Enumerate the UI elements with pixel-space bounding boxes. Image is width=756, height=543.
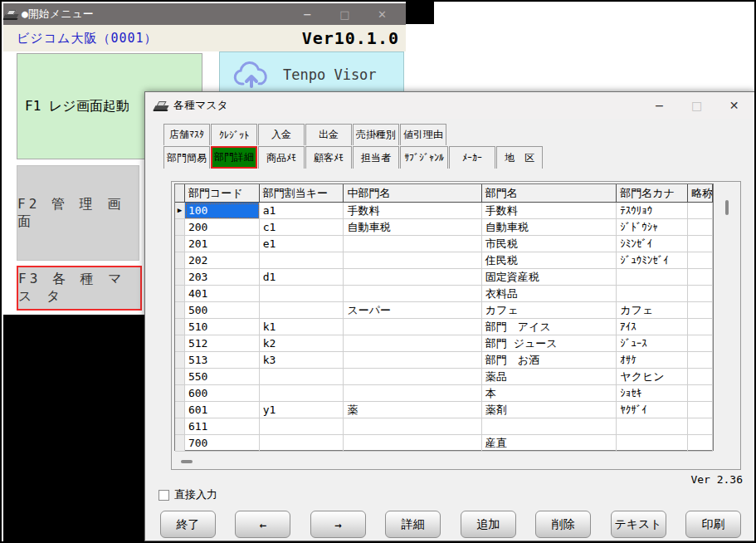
prev-button[interactable]: ← [235,511,290,538]
table-cell[interactable]: 202 [185,252,260,269]
table-cell[interactable]: 薬剤 [482,402,617,418]
tab-product-memo[interactable]: 商品ﾒﾓ [258,146,305,169]
table-cell[interactable] [260,369,344,385]
column-header[interactable]: 部門コード [185,184,260,202]
column-header[interactable]: 部門割当キー [260,184,344,202]
table-cell[interactable]: ｱｲｽ [617,319,688,335]
table-cell[interactable]: 601 [185,402,260,418]
f3-masters-button[interactable]: F3 各 種 マ ス タ [17,266,142,311]
table-cell[interactable]: a1 [260,203,344,219]
table-cell[interactable] [688,402,713,418]
table-cell[interactable]: 産直 [482,435,617,452]
table-cell[interactable]: 部門 ジュース [482,335,617,352]
table-row[interactable]: 202住民税ｼﾞｭｳﾐﾝｾﾞｲ [175,252,713,269]
quit-button[interactable]: 終了 [160,511,216,538]
table-row[interactable]: 513k3部門 お酒ｵｻｹ [175,352,713,369]
table-cell[interactable]: 200 [185,219,260,236]
table-row[interactable]: 200c1自動車税自動車税ｼﾞﾄﾞｳｼｬ [175,219,713,236]
table-cell[interactable] [260,435,344,452]
table-row[interactable]: 401衣料品 [175,286,713,302]
table-row[interactable]: 611 [175,418,713,435]
scrollbar-thumb[interactable] [725,200,729,215]
table-cell[interactable] [688,352,713,369]
table-row[interactable]: 700産直 [175,435,713,452]
table-cell[interactable] [688,269,713,286]
tab-credit[interactable]: ｸﾚｼﾞｯﾄ [211,124,257,145]
table-cell[interactable]: 部門 お酒 [482,352,617,369]
table-cell[interactable] [344,352,481,369]
tab-dept-detail[interactable]: 部門詳細 [211,146,257,169]
table-row[interactable]: 510k1部門 アイスｱｲｽ [175,319,713,335]
delete-button[interactable]: 削除 [535,511,591,538]
table-cell[interactable]: 512 [185,335,260,352]
horizontal-scrollbar[interactable] [174,456,714,467]
table-cell[interactable]: カフェ [482,302,617,319]
tab-withdrawal[interactable]: 出金 [305,124,352,145]
table-cell[interactable]: 部門 アイス [482,319,617,335]
table-cell[interactable]: 401 [185,286,260,302]
table-cell[interactable]: 201 [185,236,260,252]
tab-staff[interactable]: 担当者 [353,146,399,169]
table-cell[interactable] [617,418,688,435]
table-row[interactable]: 203d1固定資産税 [175,269,713,286]
table-cell[interactable]: k1 [260,319,344,335]
table-cell[interactable]: 600 [185,385,260,402]
add-button[interactable]: 追加 [461,511,516,538]
table-cell[interactable] [688,319,713,335]
table-cell[interactable] [688,335,713,352]
table-cell[interactable]: スーパー [344,302,481,319]
column-header[interactable]: 中部門名 [344,184,481,202]
table-cell[interactable] [344,369,481,385]
table-cell[interactable] [688,219,713,236]
table-cell[interactable]: ｵｻｹ [617,352,688,369]
table-cell[interactable]: ｼﾞﾄﾞｳｼｬ [617,219,688,236]
table-cell[interactable] [617,269,688,286]
table-cell[interactable]: ｼﾞｭｰｽ [617,335,688,352]
table-cell[interactable]: 500 [185,302,260,319]
table-cell[interactable] [344,418,481,435]
table-cell[interactable]: ﾔｸｻﾞｲ [617,402,688,418]
table-cell[interactable]: 薬品 [482,369,617,385]
table-cell[interactable] [688,203,713,219]
table-cell[interactable] [344,286,481,302]
table-cell[interactable]: 100 [185,203,260,219]
table-cell[interactable]: 住民税 [482,252,617,269]
table-cell[interactable]: 衣料品 [482,286,617,302]
f2-admin-button[interactable]: F2 管 理 画 面 [17,165,139,261]
table-cell[interactable]: 510 [185,319,260,335]
table-row[interactable]: 550薬品ヤクヒン [175,369,713,385]
table-cell[interactable]: y1 [260,402,344,418]
table-cell[interactable] [344,385,481,402]
table-cell[interactable]: カフェ [617,302,688,319]
table-row[interactable]: 201e1市民税ｼﾐﾝｾﾞｲ [175,236,713,252]
table-cell[interactable]: 550 [185,369,260,385]
tab-area[interactable]: 地 区 [496,146,543,169]
table-cell[interactable]: ｼﾞｭｳﾐﾝｾﾞｲ [617,252,688,269]
table-cell[interactable] [344,252,481,269]
print-button[interactable]: 印刷 [685,511,741,538]
table-cell[interactable] [688,302,713,319]
close-icon[interactable]: ✕ [715,92,753,119]
tab-discount-reason[interactable]: 値引理由 [400,124,446,145]
table-cell[interactable]: 手数料 [482,203,617,219]
table-cell[interactable]: 薬 [344,402,481,418]
maximize-button[interactable]: □ [326,3,363,25]
table-cell[interactable]: 固定資産税 [482,269,617,286]
table-cell[interactable] [482,418,617,435]
table-cell[interactable] [688,369,713,385]
table-cell[interactable]: 203 [185,269,260,286]
table-cell[interactable]: k3 [260,352,344,369]
close-icon[interactable]: ✕ [363,3,401,25]
table-cell[interactable] [344,236,481,252]
column-header[interactable]: 部門名 [482,184,617,202]
table-cell[interactable] [260,418,344,435]
table-cell[interactable]: 自動車税 [344,219,481,236]
table-cell[interactable]: 本 [482,385,617,402]
tab-receivable-type[interactable]: 売掛種別 [353,124,399,145]
next-button[interactable]: → [310,511,366,538]
table-cell[interactable] [344,335,481,352]
minimize-button[interactable]: − [641,92,678,119]
table-cell[interactable] [344,319,481,335]
table-cell[interactable]: ﾃｽｳﾘｮｳ [617,203,688,219]
table-row[interactable]: 500スーパーカフェカフェ [175,302,713,319]
